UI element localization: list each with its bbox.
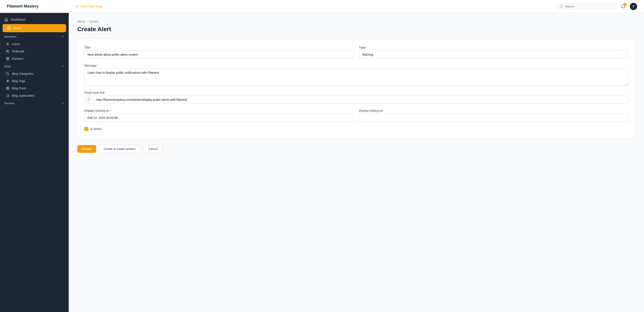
svg-rect-15 [6,87,8,88]
svg-rect-16 [8,87,9,88]
svg-point-5 [7,50,8,51]
type-select[interactable]: Warning Info Success Danger [359,51,628,59]
checkmark-icon [85,128,88,130]
is-active-checkbox[interactable] [84,127,88,131]
type-select-wrapper: Warning Info Success Danger [359,51,628,59]
sidebar: Dashboard Alerts Members Users [0,13,69,312]
form-group-display-start: Display starting on* [84,109,354,122]
search-icon [560,5,563,8]
chart-icon [6,57,10,60]
display-end-label: Display ending on [359,109,628,112]
title-input[interactable] [84,51,354,59]
form-group-read-more: Read more link [84,91,628,104]
sidebar-item-users[interactable]: Users [0,40,69,48]
cancel-button[interactable]: Cancel [143,145,162,153]
form-row-dates: Display starting on* Display ending on [84,109,628,122]
search-box[interactable] [556,3,616,10]
notification-button[interactable]: 2 [620,3,626,10]
external-link-icon [76,5,78,8]
user-icon [6,42,10,46]
sidebar-item-dashboard[interactable]: Dashboard [0,16,69,24]
svg-rect-3 [7,27,10,30]
chevron-up-icon [61,35,64,38]
bell-outline-icon [6,94,10,97]
header-right: 2 Y [556,3,637,10]
message-required: * [97,64,98,67]
svg-line-14 [8,80,8,82]
main-layout: Dashboard Alerts Members Users [0,13,644,312]
form-group-type: Type* Warning Info Success Danger [359,46,628,59]
sidebar-item-blog-posts[interactable]: Blog Posts [0,85,69,92]
read-more-input[interactable] [94,96,628,104]
svg-point-1 [560,5,562,8]
breadcrumb-current: Create [89,20,98,23]
svg-rect-17 [8,89,9,90]
chevron-up-icon-blog [61,65,64,68]
form-group-display-end: Display ending on [359,109,628,122]
main-content: Alerts › Create Create Alert Title* Type… [69,13,644,312]
svg-line-2 [562,7,563,8]
svg-line-13 [7,80,7,82]
header: Filament Mastery View Public Area 2 Y [0,0,644,13]
display-start-input[interactable] [84,114,354,122]
sidebar-item-referrals[interactable]: Referrals [0,48,69,55]
title-required: * [90,46,92,49]
sidebar-item-blog-tags[interactable]: Blog Tags [0,77,69,85]
users-icon [6,50,10,53]
svg-line-0 [77,5,78,7]
breadcrumb: Alerts › Create [77,20,636,23]
breadcrumb-parent[interactable]: Alerts [77,20,85,23]
create-button[interactable]: Create [77,145,96,153]
svg-rect-7 [8,57,9,59]
read-more-label: Read more link [84,91,628,94]
view-public-link[interactable]: View Public Area [76,5,102,8]
sidebar-item-partners[interactable]: Partners [0,55,69,62]
create-alert-form: Title* Type* Warning Info Success Danger [77,39,636,139]
grid-icon [6,87,10,90]
svg-rect-8 [8,59,9,60]
sidebar-section-members[interactable]: Members [0,33,69,40]
home-icon [4,18,8,22]
svg-rect-6 [6,57,8,59]
link-icon [87,98,90,101]
sidebar-section-params[interactable]: Params [0,99,69,107]
create-another-button[interactable]: Create & create another [99,145,140,153]
type-required: * [366,46,367,49]
sidebar-item-alerts[interactable]: Alerts [2,24,66,32]
link-icon-wrap [84,96,94,104]
breadcrumb-separator: › [87,20,88,23]
sidebar-item-blog-subscribers[interactable]: Blog Subscribers [0,92,69,99]
form-group-title: Title* [84,46,354,59]
action-row: Create Create & create another Cancel [77,145,636,153]
page-title: Create Alert [77,26,636,33]
title-label: Title* [84,46,354,49]
tag-icon [6,72,10,75]
display-end-input[interactable] [359,114,628,122]
bell-square-icon [7,26,11,30]
svg-point-4 [7,43,8,44]
avatar[interactable]: Y [630,3,637,10]
form-group-message: Message* Learn how to display public not… [84,64,628,86]
chevron-down-icon-params [61,101,64,105]
is-active-row: Is Active [84,127,628,131]
is-active-label[interactable]: Is Active [90,127,102,131]
sidebar-item-blog-categories[interactable]: Blog Categories [0,70,69,77]
hash-icon [6,79,10,83]
svg-rect-18 [6,89,8,90]
form-row-title-type: Title* Type* Warning Info Success Danger [84,46,628,59]
type-label: Type* [359,46,628,49]
sidebar-section-blog[interactable]: Blog [0,62,69,70]
display-start-required: * [110,109,110,112]
search-input[interactable] [565,5,613,8]
notification-badge: 2 [624,3,627,6]
svg-rect-9 [6,59,8,60]
read-more-input-wrap [84,96,628,104]
message-label: Message* [84,64,628,67]
app-logo: Filament Mastery [7,4,76,9]
message-textarea[interactable]: Learn how to display public notification… [84,69,628,86]
display-start-label: Display starting on* [84,109,354,112]
